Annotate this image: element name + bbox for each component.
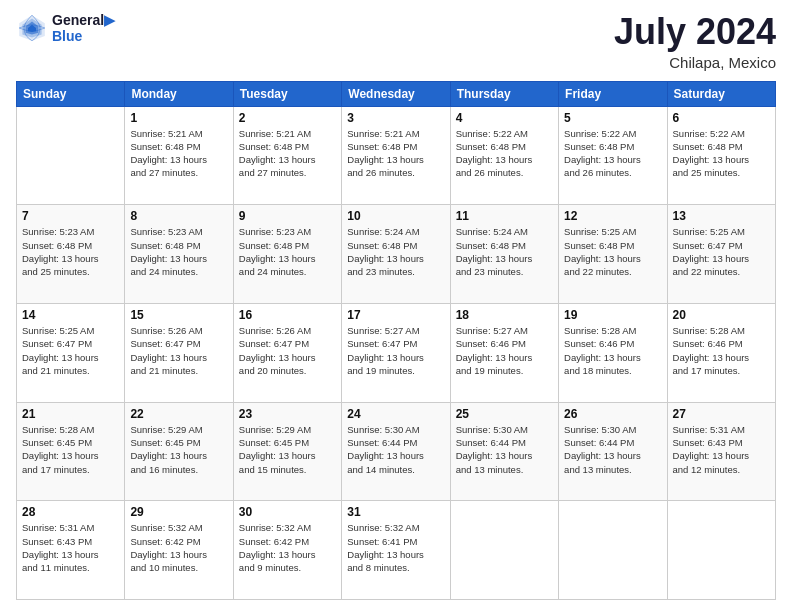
day-number: 2 <box>239 111 336 125</box>
col-header-thursday: Thursday <box>450 81 558 106</box>
day-cell: 24Sunrise: 5:30 AM Sunset: 6:44 PM Dayli… <box>342 402 450 501</box>
week-row-4: 21Sunrise: 5:28 AM Sunset: 6:45 PM Dayli… <box>17 402 776 501</box>
day-number: 8 <box>130 209 227 223</box>
day-number: 1 <box>130 111 227 125</box>
day-cell: 6Sunrise: 5:22 AM Sunset: 6:48 PM Daylig… <box>667 106 775 205</box>
day-info: Sunrise: 5:25 AM Sunset: 6:48 PM Dayligh… <box>564 225 661 278</box>
day-info: Sunrise: 5:27 AM Sunset: 6:46 PM Dayligh… <box>456 324 553 377</box>
day-cell: 23Sunrise: 5:29 AM Sunset: 6:45 PM Dayli… <box>233 402 341 501</box>
day-number: 4 <box>456 111 553 125</box>
day-info: Sunrise: 5:24 AM Sunset: 6:48 PM Dayligh… <box>347 225 444 278</box>
day-number: 15 <box>130 308 227 322</box>
day-info: Sunrise: 5:32 AM Sunset: 6:42 PM Dayligh… <box>130 521 227 574</box>
day-cell: 14Sunrise: 5:25 AM Sunset: 6:47 PM Dayli… <box>17 303 125 402</box>
day-cell: 17Sunrise: 5:27 AM Sunset: 6:47 PM Dayli… <box>342 303 450 402</box>
day-number: 19 <box>564 308 661 322</box>
day-info: Sunrise: 5:26 AM Sunset: 6:47 PM Dayligh… <box>130 324 227 377</box>
col-header-saturday: Saturday <box>667 81 775 106</box>
day-number: 28 <box>22 505 119 519</box>
day-number: 27 <box>673 407 770 421</box>
day-number: 20 <box>673 308 770 322</box>
week-row-5: 28Sunrise: 5:31 AM Sunset: 6:43 PM Dayli… <box>17 501 776 600</box>
col-header-monday: Monday <box>125 81 233 106</box>
subtitle: Chilapa, Mexico <box>614 54 776 71</box>
day-cell: 28Sunrise: 5:31 AM Sunset: 6:43 PM Dayli… <box>17 501 125 600</box>
day-info: Sunrise: 5:28 AM Sunset: 6:46 PM Dayligh… <box>673 324 770 377</box>
day-info: Sunrise: 5:28 AM Sunset: 6:45 PM Dayligh… <box>22 423 119 476</box>
day-cell: 19Sunrise: 5:28 AM Sunset: 6:46 PM Dayli… <box>559 303 667 402</box>
day-cell: 25Sunrise: 5:30 AM Sunset: 6:44 PM Dayli… <box>450 402 558 501</box>
day-cell: 3Sunrise: 5:21 AM Sunset: 6:48 PM Daylig… <box>342 106 450 205</box>
logo: General▶ Blue <box>16 12 115 44</box>
calendar-table: SundayMondayTuesdayWednesdayThursdayFrid… <box>16 81 776 600</box>
day-number: 14 <box>22 308 119 322</box>
day-number: 30 <box>239 505 336 519</box>
week-row-2: 7Sunrise: 5:23 AM Sunset: 6:48 PM Daylig… <box>17 205 776 304</box>
col-header-sunday: Sunday <box>17 81 125 106</box>
title-block: July 2024 Chilapa, Mexico <box>614 12 776 71</box>
logo-text: General▶ Blue <box>52 12 115 44</box>
day-number: 16 <box>239 308 336 322</box>
col-header-tuesday: Tuesday <box>233 81 341 106</box>
day-number: 6 <box>673 111 770 125</box>
day-info: Sunrise: 5:30 AM Sunset: 6:44 PM Dayligh… <box>347 423 444 476</box>
day-info: Sunrise: 5:27 AM Sunset: 6:47 PM Dayligh… <box>347 324 444 377</box>
header-row: SundayMondayTuesdayWednesdayThursdayFrid… <box>17 81 776 106</box>
day-cell: 27Sunrise: 5:31 AM Sunset: 6:43 PM Dayli… <box>667 402 775 501</box>
day-info: Sunrise: 5:22 AM Sunset: 6:48 PM Dayligh… <box>564 127 661 180</box>
day-info: Sunrise: 5:32 AM Sunset: 6:42 PM Dayligh… <box>239 521 336 574</box>
day-cell: 16Sunrise: 5:26 AM Sunset: 6:47 PM Dayli… <box>233 303 341 402</box>
day-number: 22 <box>130 407 227 421</box>
day-info: Sunrise: 5:22 AM Sunset: 6:48 PM Dayligh… <box>456 127 553 180</box>
main-title: July 2024 <box>614 12 776 52</box>
day-info: Sunrise: 5:24 AM Sunset: 6:48 PM Dayligh… <box>456 225 553 278</box>
day-number: 9 <box>239 209 336 223</box>
day-cell: 13Sunrise: 5:25 AM Sunset: 6:47 PM Dayli… <box>667 205 775 304</box>
day-info: Sunrise: 5:28 AM Sunset: 6:46 PM Dayligh… <box>564 324 661 377</box>
day-info: Sunrise: 5:32 AM Sunset: 6:41 PM Dayligh… <box>347 521 444 574</box>
day-info: Sunrise: 5:30 AM Sunset: 6:44 PM Dayligh… <box>564 423 661 476</box>
day-number: 23 <box>239 407 336 421</box>
day-cell: 9Sunrise: 5:23 AM Sunset: 6:48 PM Daylig… <box>233 205 341 304</box>
day-info: Sunrise: 5:25 AM Sunset: 6:47 PM Dayligh… <box>673 225 770 278</box>
day-info: Sunrise: 5:21 AM Sunset: 6:48 PM Dayligh… <box>130 127 227 180</box>
day-number: 3 <box>347 111 444 125</box>
day-number: 24 <box>347 407 444 421</box>
day-number: 7 <box>22 209 119 223</box>
day-number: 10 <box>347 209 444 223</box>
day-info: Sunrise: 5:21 AM Sunset: 6:48 PM Dayligh… <box>347 127 444 180</box>
day-info: Sunrise: 5:29 AM Sunset: 6:45 PM Dayligh… <box>239 423 336 476</box>
day-number: 21 <box>22 407 119 421</box>
day-cell: 30Sunrise: 5:32 AM Sunset: 6:42 PM Dayli… <box>233 501 341 600</box>
col-header-wednesday: Wednesday <box>342 81 450 106</box>
week-row-1: 1Sunrise: 5:21 AM Sunset: 6:48 PM Daylig… <box>17 106 776 205</box>
day-info: Sunrise: 5:29 AM Sunset: 6:45 PM Dayligh… <box>130 423 227 476</box>
day-number: 29 <box>130 505 227 519</box>
day-number: 26 <box>564 407 661 421</box>
day-cell: 10Sunrise: 5:24 AM Sunset: 6:48 PM Dayli… <box>342 205 450 304</box>
day-cell: 20Sunrise: 5:28 AM Sunset: 6:46 PM Dayli… <box>667 303 775 402</box>
day-info: Sunrise: 5:22 AM Sunset: 6:48 PM Dayligh… <box>673 127 770 180</box>
day-number: 13 <box>673 209 770 223</box>
day-info: Sunrise: 5:31 AM Sunset: 6:43 PM Dayligh… <box>22 521 119 574</box>
day-info: Sunrise: 5:31 AM Sunset: 6:43 PM Dayligh… <box>673 423 770 476</box>
day-cell: 18Sunrise: 5:27 AM Sunset: 6:46 PM Dayli… <box>450 303 558 402</box>
day-cell: 2Sunrise: 5:21 AM Sunset: 6:48 PM Daylig… <box>233 106 341 205</box>
day-cell: 8Sunrise: 5:23 AM Sunset: 6:48 PM Daylig… <box>125 205 233 304</box>
col-header-friday: Friday <box>559 81 667 106</box>
day-cell: 22Sunrise: 5:29 AM Sunset: 6:45 PM Dayli… <box>125 402 233 501</box>
day-cell: 29Sunrise: 5:32 AM Sunset: 6:42 PM Dayli… <box>125 501 233 600</box>
header: General▶ Blue July 2024 Chilapa, Mexico <box>16 12 776 71</box>
day-cell <box>450 501 558 600</box>
day-info: Sunrise: 5:21 AM Sunset: 6:48 PM Dayligh… <box>239 127 336 180</box>
week-row-3: 14Sunrise: 5:25 AM Sunset: 6:47 PM Dayli… <box>17 303 776 402</box>
day-cell: 21Sunrise: 5:28 AM Sunset: 6:45 PM Dayli… <box>17 402 125 501</box>
day-cell: 26Sunrise: 5:30 AM Sunset: 6:44 PM Dayli… <box>559 402 667 501</box>
day-cell: 31Sunrise: 5:32 AM Sunset: 6:41 PM Dayli… <box>342 501 450 600</box>
page: General▶ Blue July 2024 Chilapa, Mexico … <box>0 0 792 612</box>
day-cell: 7Sunrise: 5:23 AM Sunset: 6:48 PM Daylig… <box>17 205 125 304</box>
day-number: 11 <box>456 209 553 223</box>
day-info: Sunrise: 5:23 AM Sunset: 6:48 PM Dayligh… <box>22 225 119 278</box>
day-cell: 11Sunrise: 5:24 AM Sunset: 6:48 PM Dayli… <box>450 205 558 304</box>
day-info: Sunrise: 5:30 AM Sunset: 6:44 PM Dayligh… <box>456 423 553 476</box>
